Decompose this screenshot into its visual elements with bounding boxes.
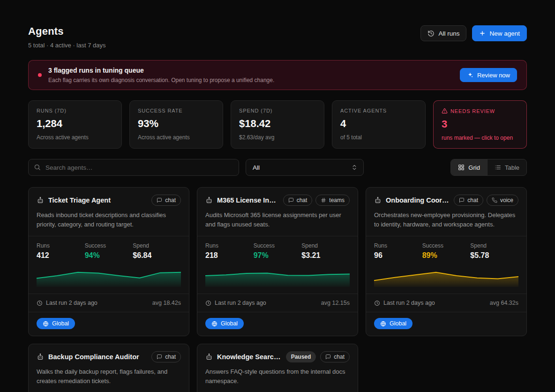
all-runs-button[interactable]: All runs [420,25,466,41]
stat-value: 4 [340,118,417,130]
stat-sub: of 5 total [340,134,417,141]
robot-icon [37,196,44,204]
card-header: Knowledge Search Agent Paused chat [197,344,358,362]
stat-card-runs: RUNS (7D) 1,284 Across active agents [28,100,122,149]
avg-duration-text: avg 18.42s [152,300,181,306]
stat-sub: runs marked — click to open [442,135,518,141]
agent-card-onboarding[interactable]: Onboarding Coordinator chat voice Orches… [366,187,527,336]
chat-badge: chat [151,195,181,206]
agent-name: Onboarding Coordinator [386,196,450,204]
card-header: M365 License Inspector chat teams [197,188,358,206]
stat-card-spend: SPEND (7D) $18.42 $2.63/day avg [231,100,324,149]
page-subtitle: 5 total · 4 active · last 7 days [28,42,105,49]
success-label: Success [422,242,471,249]
agent-description: Walks the daily backup report, flags fai… [29,362,189,392]
last-run-text: Last run 2 days ago [215,300,266,306]
banner-text: 3 flagged runs in tuning queue Each flag… [48,67,453,83]
avg-duration-text: avg 12.15s [321,300,350,306]
last-run-text: Last run 2 days ago [46,300,98,306]
header-actions: All runs New agent [420,25,527,41]
runs-label: Runs [37,242,85,249]
card-header: Onboarding Coordinator chat voice [366,188,526,206]
agent-card-backup-auditor[interactable]: Backup Compliance Auditor chat Walks the… [28,344,189,392]
agent-description: Answers FAQ-style questions from the int… [197,362,358,392]
stat-label: NEEDS REVIEW [442,108,518,114]
voice-badge: voice [487,195,518,206]
banner-title: 3 flagged runs in tuning queue [48,67,453,74]
agent-name: Knowledge Search Agent [217,353,282,361]
filter-value: All [253,164,351,171]
card-tags: Global [29,312,189,336]
runs-value: 412 [37,251,85,260]
success-value: 94% [85,251,133,260]
agent-card-m365-license[interactable]: M365 License Inspector chat teams Audits… [197,187,358,336]
agents-grid: Ticket Triage Agent chat Reads inbound t… [28,187,527,392]
success-value: 97% [254,251,302,260]
clock-icon [37,300,43,306]
spend-value: $5.78 [470,251,518,260]
card-stats-section: Runs96 Success89% Spend$5.78 [366,236,526,287]
chat-badge: chat [320,351,350,362]
stat-sub: Across active agents [138,134,215,141]
view-toggle: Grid Table [450,159,527,176]
card-header: Ticket Triage Agent chat [29,188,189,206]
chat-badge: chat [151,351,181,362]
card-meta: Last run 2 days ago avg 12.15s [197,294,358,312]
table-view-button[interactable]: Table [487,159,526,175]
last-run-text: Last run 2 days ago [383,300,435,306]
spend-label: Spend [133,242,181,249]
card-meta: Last run 2 days ago avg 18.42s [29,294,189,312]
globe-icon [43,321,49,327]
stat-sub: Across active agents [37,134,113,141]
chat-bubble-icon [459,197,465,203]
search-wrap [28,159,239,176]
stat-value: 1,284 [37,118,113,130]
global-tag: Global [205,318,244,329]
clock-icon [374,300,380,306]
agents-dashboard: Agents 5 total · 4 active · last 7 days … [0,0,555,392]
plus-icon [479,30,486,37]
card-stats-section: Runs412 Success94% Spend$6.84 [29,236,189,287]
chat-badge: chat [454,195,483,206]
hash-icon [321,197,326,203]
paused-status-badge: Paused [286,351,316,362]
avg-duration-text: avg 64.32s [490,300,518,306]
global-tag: Global [37,318,75,329]
agent-badges: chat voice [454,195,518,206]
robot-icon [205,196,213,204]
runs-sparkline [205,265,350,287]
review-now-button[interactable]: Review now [460,68,517,82]
filter-select[interactable]: All [246,159,364,176]
stat-value: 93% [138,118,215,130]
chat-bubble-icon [288,197,294,203]
runs-label: Runs [374,242,422,249]
runs-sparkline [37,265,181,287]
stat-card-success-rate: SUCCESS RATE 93% Across active agents [129,100,223,149]
stat-sub: $2.63/day avg [239,134,316,141]
agent-badges: chat teams [283,195,350,206]
alert-dot-icon [38,73,42,77]
agent-description: Reads inbound ticket descriptions and cl… [29,206,189,236]
new-agent-button[interactable]: New agent [472,25,527,41]
history-icon [428,30,435,37]
page-header: Agents 5 total · 4 active · last 7 days … [28,25,527,49]
agent-description: Audits Microsoft 365 license assignments… [197,206,358,236]
card-tags: Global [366,312,526,336]
agent-card-knowledge-search[interactable]: Knowledge Search Agent Paused chat Answe… [197,344,358,392]
agent-card-ticket-triage[interactable]: Ticket Triage Agent chat Reads inbound t… [28,187,189,336]
agent-description: Orchestrates new-employee provisioning. … [366,206,526,236]
spend-label: Spend [470,242,518,249]
chevron-updown-icon [351,164,358,171]
stat-card-needs-review[interactable]: NEEDS REVIEW 3 runs marked — click to op… [433,100,527,149]
new-agent-label: New agent [489,30,520,37]
agent-badges: chat [151,195,181,206]
chat-badge: chat [283,195,313,206]
search-input[interactable] [28,159,239,176]
agent-name: M365 License Inspector [217,196,279,204]
phone-icon [492,197,497,203]
chat-bubble-icon [325,354,331,360]
spend-value: $3.21 [301,251,350,260]
stat-label: ACTIVE AGENTS [340,108,417,113]
grid-view-button[interactable]: Grid [451,159,487,175]
stats-row: RUNS (7D) 1,284 Across active agents SUC… [28,100,527,149]
